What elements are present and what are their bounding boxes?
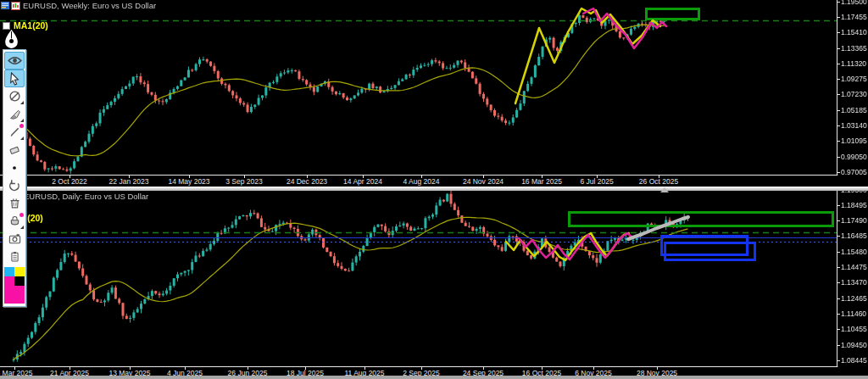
delete-tool[interactable] <box>4 194 25 212</box>
chart-window-icon[interactable] <box>11 2 20 10</box>
quotes-list-icon[interactable] <box>1 2 9 9</box>
x-axis-label: 2 Sep 2025 <box>403 369 439 376</box>
x-axis-tick <box>542 367 542 370</box>
x-axis-tick <box>248 367 248 370</box>
daily-chart-title: EURUSD, Daily: Euro vs US Dollar <box>24 192 148 201</box>
marker-tool[interactable] <box>4 105 25 123</box>
weekly-chart-title: EURUSD, Weekly: Euro vs US Dollar <box>1 1 156 10</box>
flyout-corner-icon <box>20 101 24 104</box>
x-axis-tick <box>363 176 364 178</box>
y-axis-tick <box>837 220 840 221</box>
brush-icon <box>8 215 21 227</box>
weekly-chart-canvas[interactable] <box>0 0 868 176</box>
daily-chart-title-text: EURUSD, Daily: Euro vs US Dollar <box>24 192 148 201</box>
color-swatch[interactable] <box>14 267 25 276</box>
y-axis-tick <box>837 48 840 49</box>
drawing-toolbar <box>3 49 26 307</box>
y-axis-tick <box>837 64 840 64</box>
cursor-icon <box>8 72 20 86</box>
color-swatch[interactable] <box>4 276 14 286</box>
x-axis-tick <box>421 176 422 178</box>
y-axis-label: 1.08445 <box>841 356 867 365</box>
eye-tool[interactable] <box>4 52 25 70</box>
cursor-tool[interactable] <box>4 70 25 87</box>
daily-chart-panel: EURUSD, Daily: Euro vs US Dollar MA1(20)… <box>0 191 868 376</box>
eye-icon <box>8 55 22 66</box>
y-axis-label: 1.15480 <box>841 248 867 256</box>
trading-app-window: EURUSD, Weekly: Euro vs US Dollar MA1(20… <box>0 0 868 379</box>
y-axis-label: 1.09450 <box>841 341 867 349</box>
active-color-swatch[interactable] <box>4 286 25 304</box>
y-axis-tick <box>837 205 840 206</box>
daily-chart-canvas[interactable] <box>0 191 868 367</box>
dot-tool[interactable] <box>4 159 25 176</box>
x-axis-tick <box>14 367 15 370</box>
camera-icon <box>8 233 21 244</box>
line-tool[interactable] <box>4 123 25 141</box>
x-axis-label: 4 Jun 2025 <box>167 369 203 376</box>
x-axis-tick <box>483 176 484 178</box>
x-axis-label: 24 Sep 2025 <box>463 369 504 376</box>
trash-icon <box>8 197 21 209</box>
x-axis-label: 26 Jun 2025 <box>228 369 268 376</box>
x-axis-label: 18 Jul 2025 <box>287 369 324 376</box>
brush-tool[interactable] <box>4 212 25 230</box>
y-axis-label: 1.09275 <box>841 75 867 83</box>
weekly-chart-title-text: EURUSD, Weekly: Euro vs US Dollar <box>23 1 156 10</box>
y-axis-tick <box>837 94 840 95</box>
y-axis-tick <box>837 252 840 253</box>
y-axis-label: 0.97005 <box>841 168 867 176</box>
x-axis-label: 16 Oct 2025 <box>522 369 561 376</box>
y-axis-tick <box>837 314 840 315</box>
y-axis-label: 1.07230 <box>841 90 867 98</box>
no-draw-tool[interactable] <box>4 87 25 105</box>
flyout-corner-icon <box>20 119 24 122</box>
x-axis-label: 8 Mar 2025 <box>0 369 33 376</box>
x-axis-tick <box>657 367 658 370</box>
y-axis-label: 1.18495 <box>841 201 867 209</box>
x-axis-label: 24 Dec 2023 <box>287 177 327 186</box>
window-bottom-edge <box>0 376 868 379</box>
x-axis-label: 21 Apr 2025 <box>50 369 89 376</box>
color-swatch-grid <box>4 267 25 286</box>
flyout-corner-icon <box>20 137 24 140</box>
x-axis-tick <box>129 176 130 178</box>
y-axis-label: 0.99050 <box>841 153 867 161</box>
x-axis-tick <box>305 367 306 370</box>
screenshot-tool[interactable] <box>4 230 25 248</box>
color-swatch[interactable] <box>4 267 14 276</box>
y-axis-tick <box>837 267 840 268</box>
x-axis-label: 22 Jan 2023 <box>109 177 149 186</box>
color-swatch[interactable] <box>14 276 25 286</box>
y-axis-tick <box>837 329 840 330</box>
x-axis-label: 24 Nov 2024 <box>463 177 504 186</box>
x-axis-label: 28 Nov 2025 <box>637 369 677 376</box>
clipboard-tool[interactable] <box>4 248 25 265</box>
chart-shift-marker-icon <box>660 187 669 192</box>
tool-color-dot <box>19 124 24 128</box>
indicator-checkbox-icon[interactable] <box>3 22 10 30</box>
y-axis-label: 1.01095 <box>841 137 867 145</box>
y-axis-label: 1.13470 <box>841 278 867 287</box>
y-axis-tick <box>837 32 840 33</box>
eraser-tool[interactable] <box>4 141 25 159</box>
x-axis-tick <box>593 367 594 370</box>
x-axis-label: 6 Jul 2025 <box>580 177 613 186</box>
x-axis-label: 16 Mar 2025 <box>521 177 562 186</box>
y-axis-tick <box>837 141 840 142</box>
x-axis-label: 14 May 2023 <box>168 177 209 186</box>
x-axis-tick <box>421 367 422 370</box>
x-axis-label: 6 Nov 2025 <box>575 369 611 376</box>
pencil-icon <box>8 125 21 138</box>
dot-icon <box>8 162 20 174</box>
undo-tool[interactable] <box>4 176 25 194</box>
x-axis-tick <box>597 176 598 178</box>
y-axis-tick <box>837 360 840 361</box>
x-axis-label: 26 Oct 2025 <box>639 177 678 186</box>
y-axis-label: 1.17455 <box>841 13 867 21</box>
x-axis-label: 2 Oct 2022 <box>52 177 87 186</box>
chart-splitter[interactable] <box>0 187 868 191</box>
y-axis-label: 1.14475 <box>841 263 867 271</box>
y-axis-label: 1.17490 <box>841 216 867 225</box>
x-axis-label: 3 Sep 2023 <box>225 177 262 186</box>
